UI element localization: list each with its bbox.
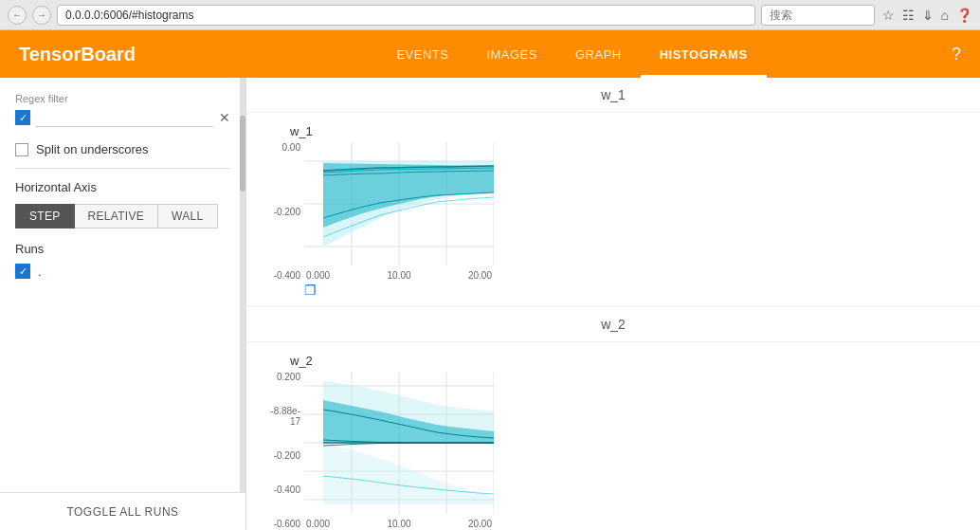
tab-events[interactable]: EVENTS xyxy=(377,30,467,78)
x-axis-w2: 0.000 10.00 20.00 xyxy=(304,519,494,529)
help-icon[interactable]: ? xyxy=(952,45,961,64)
histogram-body-w1: w_1 0.00 -0.200 -0.400 xyxy=(246,113,980,305)
sidebar-scrollbar[interactable] xyxy=(240,78,245,492)
fullscreen-button-w1[interactable]: ❐ xyxy=(304,283,317,298)
chart-svg-w1 xyxy=(304,142,494,265)
chart-container-w1: 0.000 10.00 20.00 xyxy=(304,142,494,281)
reader-icon[interactable]: ☷ xyxy=(902,8,915,23)
app-logo: TensorBoard xyxy=(19,44,136,65)
toggle-all-runs-button[interactable]: TOGGLE ALL RUNS xyxy=(0,492,245,530)
browser-chrome: ← → 0.0.0.0:6006/#histograms ☆ ☷ ⇓ ⌂ ❓ xyxy=(0,0,980,30)
histogram-body-w2: w_2 0.200 -8.88e-17 -0.200 -0.400 -0.600 xyxy=(246,342,980,530)
split-underscores-checkbox[interactable] xyxy=(15,143,28,156)
x-axis-w1: 0.000 10.00 20.00 xyxy=(304,270,494,281)
runs-section: Runs ✓ . xyxy=(15,242,230,279)
y-axis-w2: 0.200 -8.88e-17 -0.200 -0.400 -0.600 xyxy=(262,372,304,529)
sidebar-content: Regex filter ✓ ✕ Split on underscores Ho… xyxy=(0,78,245,492)
chart-title-w2: w_2 xyxy=(290,354,494,368)
shield-icon[interactable]: ❓ xyxy=(956,8,972,23)
regex-input[interactable] xyxy=(36,108,213,127)
y-axis-w1: 0.00 -0.200 -0.400 xyxy=(262,142,304,281)
sidebar: Regex filter ✓ ✕ Split on underscores Ho… xyxy=(0,78,246,530)
browser-search-input[interactable] xyxy=(761,5,875,26)
run-item-dot: ✓ . xyxy=(15,264,230,279)
clear-regex-button[interactable]: ✕ xyxy=(219,110,230,125)
regex-checkbox[interactable]: ✓ xyxy=(15,110,30,125)
split-underscores-label: Split on underscores xyxy=(36,142,149,156)
histogram-panel-w2: w_2 w_2 0.200 -8.88e-17 -0.200 -0.400 -0… xyxy=(246,307,980,530)
app-header: TensorBoard EVENTS IMAGES GRAPH HISTOGRA… xyxy=(0,30,980,78)
histogram-header-w2: w_2 xyxy=(246,307,980,342)
split-underscores-row: Split on underscores xyxy=(15,142,230,156)
content-area: w_1 w_1 0.00 -0.200 -0.400 xyxy=(246,78,980,530)
url-text: 0.0.0.0:6006/#histograms xyxy=(65,9,193,22)
run-checkbox-dot[interactable]: ✓ xyxy=(15,264,30,279)
relative-button[interactable]: RELATIVE xyxy=(75,204,159,228)
browser-actions: ☆ ☷ ⇓ ⌂ ❓ xyxy=(761,5,972,26)
tab-histograms[interactable]: HISTOGRAMS xyxy=(641,30,767,78)
main-layout: Regex filter ✓ ✕ Split on underscores Ho… xyxy=(0,78,980,530)
tab-graph[interactable]: GRAPH xyxy=(556,30,641,78)
axis-buttons: STEP RELATIVE WALL xyxy=(15,204,230,228)
wall-button[interactable]: WALL xyxy=(158,204,217,228)
histogram-chart-area-w2: w_2 0.200 -8.88e-17 -0.200 -0.400 -0.600 xyxy=(262,354,494,530)
tab-images[interactable]: IMAGES xyxy=(467,30,556,78)
home-icon[interactable]: ⌂ xyxy=(941,8,949,23)
chart-with-axis-w1: 0.00 -0.200 -0.400 xyxy=(262,142,494,281)
histogram-header-w1: w_1 xyxy=(246,78,980,113)
run-label-dot: . xyxy=(38,265,42,279)
nav-tabs: EVENTS IMAGES GRAPH HISTOGRAMS xyxy=(192,30,952,78)
histogram-chart-area-w1: w_1 0.00 -0.200 -0.400 xyxy=(262,124,494,298)
forward-button[interactable]: → xyxy=(32,6,51,25)
back-button[interactable]: ← xyxy=(8,6,27,25)
step-button[interactable]: STEP xyxy=(15,204,75,228)
horizontal-axis-title: Horizontal Axis xyxy=(15,180,230,194)
chart-with-axis-w2: 0.200 -8.88e-17 -0.200 -0.400 -0.600 xyxy=(262,372,494,529)
chart-svg-w2 xyxy=(304,372,494,514)
divider-1 xyxy=(15,168,230,169)
download-icon[interactable]: ⇓ xyxy=(922,8,934,23)
bookmark-icon[interactable]: ☆ xyxy=(882,8,895,23)
histogram-panel-w1: w_1 w_1 0.00 -0.200 -0.400 xyxy=(246,78,980,305)
regex-filter-row: ✓ ✕ xyxy=(15,108,230,127)
regex-filter-label: Regex filter xyxy=(15,93,230,104)
sidebar-scrollbar-thumb xyxy=(240,116,245,192)
chart-container-w2: 0.000 10.00 20.00 xyxy=(304,372,494,529)
runs-title: Runs xyxy=(15,242,230,256)
regex-filter-section: Regex filter ✓ ✕ xyxy=(15,93,230,127)
url-bar[interactable]: 0.0.0.0:6006/#histograms xyxy=(57,5,755,26)
chart-title-w1: w_1 xyxy=(290,124,494,138)
